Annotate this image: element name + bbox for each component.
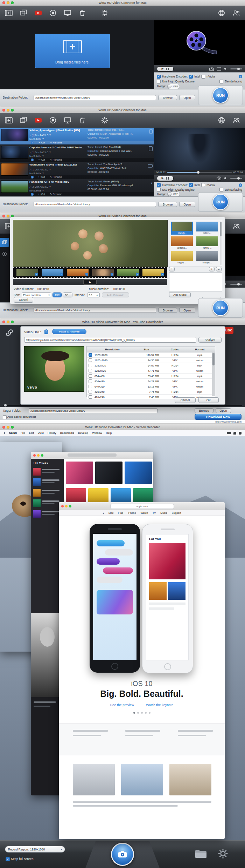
- subtitle-select[interactable]: No Subtitle▾: [29, 137, 44, 140]
- nav-item[interactable]: Support: [172, 511, 181, 514]
- add-music-button[interactable]: Add Music: [169, 292, 191, 297]
- minimize-button[interactable]: [7, 215, 9, 217]
- format-row[interactable]: 426x2407.46 MBVPXwebm: [87, 395, 215, 400]
- rename-button[interactable]: ✎ Rename: [50, 176, 62, 179]
- download-now-button[interactable]: Download Now: [195, 414, 241, 420]
- subtitle-select[interactable]: No Subtitle▾: [29, 189, 44, 192]
- output-folder-icon[interactable]: [195, 849, 207, 860]
- cut-button[interactable]: ✂ Cut: [38, 141, 45, 144]
- nvidia-checkbox[interactable]: [201, 75, 205, 79]
- pause-icon[interactable]: [166, 177, 169, 180]
- video-row-2[interactable]: Captain America 3 Civil War NEW Traile..…: [0, 145, 154, 162]
- sort-select[interactable]: Photo Location▾: [22, 292, 51, 297]
- audio-track-select[interactable]: ♪[1] 2ch AAC LC▾: [29, 151, 51, 154]
- settings-gear-icon[interactable]: [100, 8, 109, 18]
- destination-path-field[interactable]: /Users/somacmin/Movies/Mac Video Library: [34, 308, 156, 313]
- settings-gear-icon[interactable]: [100, 116, 109, 125]
- hardware-encoder-checkbox[interactable]: ✓: [157, 183, 161, 187]
- slideshow-icon[interactable]: [19, 8, 28, 18]
- open-button[interactable]: Open: [179, 95, 195, 100]
- subtitle-select[interactable]: No Subtitle▾: [29, 172, 44, 175]
- track-art[interactable]: [33, 489, 41, 497]
- zoom-button[interactable]: [41, 454, 43, 457]
- apple-menu-icon[interactable]: ●: [4, 431, 5, 435]
- destination-path-field[interactable]: /Users/somacmin/Movies/Mac Video Library: [34, 95, 156, 100]
- rename-button[interactable]: ✎ Rename: [50, 159, 62, 161]
- add-track-button[interactable]: +: [209, 267, 215, 271]
- cut-button[interactable]: ✂ Cut: [38, 176, 45, 179]
- see-preview-link[interactable]: See the preview: [110, 703, 134, 707]
- merge-toggle[interactable]: OFF: [167, 191, 180, 197]
- run-button[interactable]: RUN: [212, 194, 229, 210]
- analyze-button[interactable]: Analyze: [198, 337, 222, 343]
- strip-frame-5[interactable]: ✓: [117, 269, 139, 276]
- format-row[interactable]: 854x48033.48 MBH.264mp4: [87, 374, 215, 379]
- nav-item[interactable]: iPad: [118, 511, 123, 514]
- language-globe-icon[interactable]: [217, 8, 226, 18]
- strip-frame-6[interactable]: ✓: [142, 269, 164, 276]
- sort-desc-button[interactable]: DE...: [63, 292, 72, 297]
- track-art[interactable]: [33, 499, 41, 507]
- menu-item[interactable]: History: [48, 431, 56, 435]
- paste-analyze-button[interactable]: Paste & Analyze: [52, 329, 86, 334]
- format-row[interactable]: 426x2407.75 MBH.264mp4: [87, 389, 215, 395]
- music-up-button[interactable]: ↑: [169, 267, 175, 271]
- subtitle-select[interactable]: No Subtitle▾: [29, 155, 44, 157]
- cut-button[interactable]: ✂ Cut: [38, 159, 45, 161]
- play-icon[interactable]: ▶: [161, 177, 163, 180]
- strip-frame-2[interactable]: ✓: [42, 269, 63, 276]
- minimize-button[interactable]: [7, 321, 9, 323]
- youtube-icon[interactable]: [34, 116, 43, 125]
- nvidia-checkbox[interactable]: [201, 183, 205, 187]
- film-strip-icon[interactable]: [217, 67, 221, 71]
- strip-frame-3[interactable]: ✓: [67, 269, 89, 276]
- add-video-icon[interactable]: [4, 116, 13, 125]
- high-quality-checkbox[interactable]: [157, 80, 161, 83]
- audio-track-select[interactable]: ♪[1] 2ch AAC LC▾: [29, 134, 51, 136]
- rename-button[interactable]: ✎ Rename: [50, 141, 62, 144]
- track-art[interactable]: [33, 468, 41, 476]
- apple-logo-icon[interactable]: ●: [103, 512, 104, 514]
- minimize-button[interactable]: [37, 454, 40, 457]
- remove-track-button[interactable]: −: [216, 267, 222, 271]
- library-thumb-4[interactable]: family-...: [196, 236, 218, 249]
- high-quality-checkbox[interactable]: [157, 188, 161, 191]
- volume-slider[interactable]: [230, 284, 242, 285]
- volume-slider[interactable]: [230, 68, 242, 69]
- watch-keynote-link[interactable]: Watch the keynote: [146, 703, 173, 707]
- hardware-encoder-checkbox[interactable]: ✓: [157, 75, 161, 79]
- minimize-button[interactable]: [7, 109, 9, 112]
- close-button[interactable]: [61, 505, 64, 507]
- track-art[interactable]: [33, 478, 41, 486]
- menu-item[interactable]: File: [21, 431, 25, 435]
- intel-checkbox[interactable]: ✓: [189, 183, 193, 187]
- info-icon[interactable]: i: [31, 141, 34, 144]
- info-icon[interactable]: i: [31, 159, 34, 161]
- snapshot-camera-icon[interactable]: [209, 67, 214, 71]
- info-icon[interactable]: i: [239, 183, 242, 187]
- deinterlacing-checkbox[interactable]: [219, 188, 223, 191]
- audio-track-select[interactable]: ♪[1] 2ch AAC LC▾: [29, 168, 51, 171]
- drop-zone[interactable]: Drag media files here.: [35, 34, 110, 68]
- format-row[interactable]: 1280x72047.71 MBVPXwebm: [87, 368, 215, 374]
- cancel-button[interactable]: Cancel: [14, 297, 33, 303]
- deinterlacing-checkbox[interactable]: [219, 80, 223, 83]
- cut-button[interactable]: ✂ Cut: [38, 193, 45, 196]
- banner-tile[interactable]: [95, 462, 122, 484]
- nav-item[interactable]: Watch: [141, 511, 148, 514]
- strip-frame-1[interactable]: ✓: [16, 269, 38, 276]
- table-scrollbar[interactable]: [212, 352, 215, 396]
- record-icon[interactable]: [48, 8, 57, 18]
- zoom-button[interactable]: [11, 109, 14, 112]
- audio-track-select[interactable]: ♪[2] 2ch AAC LC▾: [29, 185, 51, 188]
- info-icon[interactable]: i: [31, 176, 34, 179]
- library-thumb-3[interactable]: arizona...: [171, 236, 193, 249]
- zoom-button[interactable]: [11, 1, 14, 4]
- minimize-button[interactable]: [65, 505, 68, 507]
- menu-item[interactable]: Help: [106, 431, 112, 435]
- safari-window[interactable]: apple.com ● Mac iPad iPhone Watch TV Mus…: [59, 502, 225, 839]
- close-button[interactable]: [2, 1, 5, 4]
- minimize-button[interactable]: [7, 426, 9, 429]
- format-row[interactable]: 1280x72064.62 MBH.264mp4: [87, 363, 215, 368]
- language-globe-icon[interactable]: [217, 116, 226, 125]
